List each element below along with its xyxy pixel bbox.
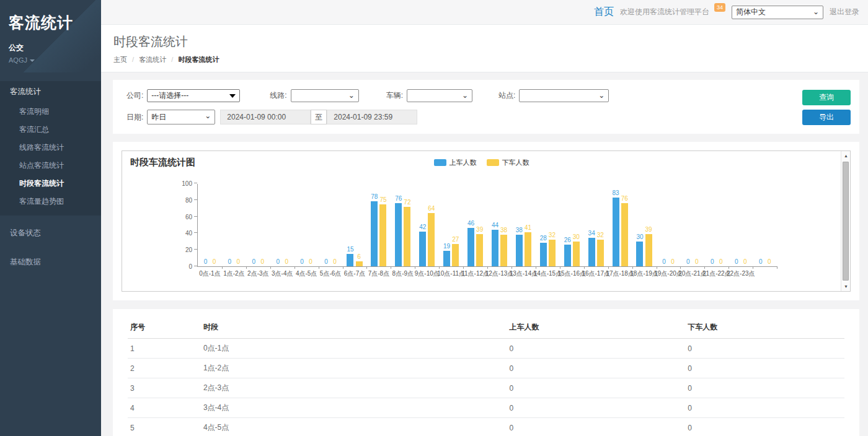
bar-column: 41 — [525, 184, 531, 266]
breadcrumb-parent[interactable]: 客流统计 — [139, 56, 166, 63]
scroll-down-icon[interactable]: ▼ — [841, 282, 851, 291]
bar-上车人数[interactable] — [540, 243, 547, 266]
sidebar-item-时段客流统计[interactable]: 时段客流统计 — [0, 175, 101, 193]
chart-scrollbar[interactable]: ▲ ▼ — [841, 151, 850, 291]
bar-group-6点-7点: 1566点-7点 — [343, 184, 367, 266]
hourly-stats-table: 序号时段上车人数下车人数 10点-1点0021点-2点0032点-3点0043点… — [128, 316, 844, 436]
user-dropdown[interactable]: AQGJ — [9, 56, 92, 64]
bar-下车人数[interactable] — [645, 234, 652, 266]
vehicle-label: 车辆: — [386, 90, 403, 101]
breadcrumb-home[interactable]: 主页 — [113, 56, 127, 63]
bar-上车人数[interactable] — [516, 235, 523, 266]
scroll-up-icon[interactable]: ▲ — [841, 151, 851, 160]
language-select[interactable]: 简体中文⌄ — [732, 6, 823, 19]
bar-上车人数[interactable] — [371, 201, 378, 266]
sidebar-item-客流明细[interactable]: 客流明细 — [0, 103, 101, 121]
table-cell: 0 — [507, 378, 686, 398]
export-button[interactable]: 导出 — [802, 110, 851, 125]
bar-value-label: 27 — [452, 236, 459, 243]
sidebar-item-客流汇总[interactable]: 客流汇总 — [0, 121, 101, 139]
bar-value-label: 34 — [588, 230, 595, 237]
bar-下车人数[interactable] — [621, 203, 628, 266]
bar-下车人数[interactable] — [404, 207, 410, 266]
company-value: ---请选择--- — [151, 90, 188, 101]
bar-上车人数[interactable] — [636, 242, 643, 266]
bar-value-label: 0 — [252, 258, 256, 266]
query-button[interactable]: 查询 — [802, 90, 851, 105]
bar-column: 39 — [476, 184, 483, 266]
bar-上车人数[interactable] — [467, 228, 474, 266]
bar-下车人数[interactable] — [428, 213, 435, 266]
legend-item-上车人数[interactable]: 上车人数 — [434, 158, 477, 167]
bar-column: 78 — [371, 184, 378, 266]
bar-下车人数[interactable] — [597, 240, 604, 266]
bar-上车人数[interactable] — [419, 232, 426, 266]
company-select[interactable]: ---请选择--- — [147, 89, 240, 102]
bar-下车人数[interactable] — [573, 242, 580, 266]
bar-下车人数[interactable] — [356, 261, 363, 266]
sidebar-item-设备状态[interactable]: 设备状态 — [0, 222, 101, 245]
bar-column: 0 — [766, 184, 773, 266]
bar-group-12点-13点: 443812点-13点 — [487, 184, 512, 266]
bar-column: 0 — [669, 184, 676, 266]
home-link[interactable]: 首页 — [594, 6, 614, 19]
station-select[interactable]: ⌄ — [519, 89, 609, 102]
bar-下车人数[interactable] — [500, 235, 507, 266]
bar-value-label: 0 — [213, 258, 216, 266]
line-select[interactable]: ⌄ — [291, 89, 359, 102]
table-cell: 0 — [507, 418, 686, 436]
bar-下车人数[interactable] — [476, 234, 483, 266]
bar-上车人数[interactable] — [492, 230, 498, 266]
bar-下车人数[interactable] — [379, 204, 386, 267]
bar-value-label: 0 — [324, 258, 328, 266]
bar-column: 32 — [597, 184, 604, 266]
sidebar-item-客流统计[interactable]: 客流统计 — [0, 81, 101, 103]
bar-上车人数[interactable] — [443, 251, 450, 266]
bar-上车人数[interactable] — [564, 245, 571, 266]
table-row: 32点-3点00 — [128, 378, 844, 398]
date-preset-value: 昨日 — [151, 112, 166, 123]
legend-item-下车人数[interactable]: 下车人数 — [487, 158, 529, 167]
logout-link[interactable]: 退出登录 — [830, 7, 859, 17]
bar-group-20点-21点: 0020点-21点 — [680, 184, 704, 266]
bar-group-21点-22点: 0021点-22点 — [704, 184, 728, 266]
bar-上车人数[interactable] — [395, 203, 402, 266]
chart-panel: 时段车流统计图 上车人数下车人数 000点-1点001点-2点002点-3点00… — [113, 142, 859, 300]
table-header-时段: 时段 — [201, 316, 507, 339]
bar-下车人数[interactable] — [452, 244, 459, 266]
bar-value-label: 76 — [621, 195, 628, 203]
bar-column: 0 — [308, 184, 314, 266]
sidebar-item-站点客流统计[interactable]: 站点客流统计 — [0, 157, 101, 175]
filter-row-2: 日期: 昨日⌄ 2024-01-09 00:00 至 2024-01-09 23… — [126, 110, 791, 124]
bar-column: 0 — [323, 184, 330, 266]
bar-group-19点-20点: 0019点-20点 — [657, 184, 681, 266]
bar-上车人数[interactable] — [588, 238, 595, 266]
scrollbar-thumb[interactable] — [843, 162, 849, 281]
bar-value-label: 32 — [549, 232, 556, 239]
sidebar-item-客流量趋势图[interactable]: 客流量趋势图 — [0, 193, 101, 211]
bar-column: 34 — [588, 184, 595, 266]
bar-value-label: 0 — [204, 258, 208, 266]
bar-column: 44 — [492, 184, 498, 266]
bar-value-label: 0 — [662, 258, 666, 266]
y-axis-label: 0 — [174, 263, 192, 270]
table-cell: 1点-2点 — [201, 359, 507, 378]
notification-badge[interactable]: 34 — [714, 3, 725, 12]
bar-value-label: 32 — [597, 232, 604, 239]
bar-value-label: 0 — [671, 258, 675, 266]
sidebar-nav: 客流统计客流明细客流汇总线路客流统计站点客流统计时段客流统计客流量趋势图设备状态… — [0, 81, 101, 274]
sidebar-item-线路客流统计[interactable]: 线路客流统计 — [0, 139, 101, 157]
sidebar-item-基础数据[interactable]: 基础数据 — [0, 251, 101, 274]
bar-上车人数[interactable] — [613, 198, 619, 266]
vehicle-select[interactable]: ⌄ — [407, 89, 472, 102]
bar-value-label: 75 — [379, 196, 386, 204]
content: 公司: ---请选择--- 线路: ⌄ 车辆: ⌄ 站点: ⌄ 日期: 昨日⌄ … — [101, 72, 868, 436]
bar-下车人数[interactable] — [525, 232, 531, 266]
bar-上车人数[interactable] — [347, 254, 353, 266]
bar-下车人数[interactable] — [549, 240, 556, 266]
bar-column: 39 — [645, 184, 652, 266]
table-cell: 2 — [128, 359, 201, 378]
date-preset-select[interactable]: 昨日⌄ — [147, 110, 215, 124]
date-end-input[interactable]: 2024-01-09 23:59 — [327, 110, 417, 124]
date-start-input[interactable]: 2024-01-09 00:00 — [220, 110, 311, 124]
